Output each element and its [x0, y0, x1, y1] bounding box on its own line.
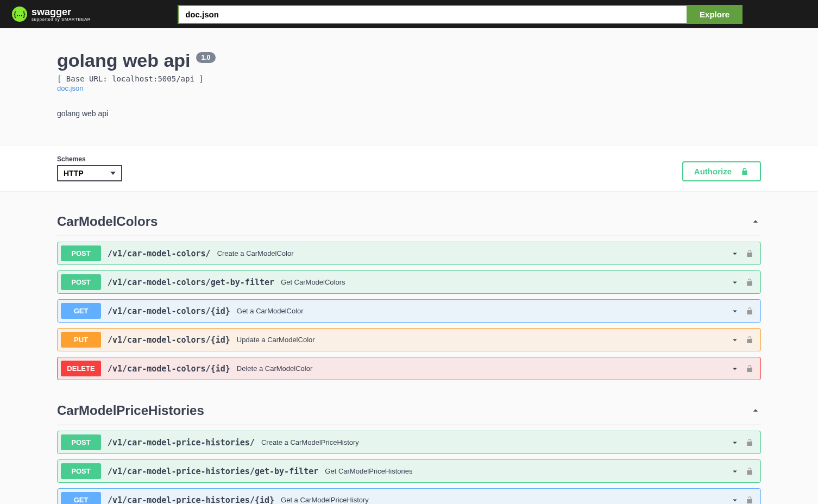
- chevron-down-icon: [730, 495, 740, 505]
- doc-json-link[interactable]: doc.json: [57, 84, 83, 92]
- operation-row[interactable]: POST/v1/car-model-price-histories/get-by…: [57, 459, 761, 483]
- chevron-down-icon: [730, 335, 740, 345]
- tag-header[interactable]: CarModelPriceHistories: [57, 396, 761, 425]
- api-info: golang web api 1.0 [ Base URL: localhost…: [57, 28, 761, 145]
- chevron-down-icon: [730, 249, 740, 259]
- operation-actions: [730, 249, 754, 259]
- chevron-down-icon: [730, 364, 740, 374]
- operation-row[interactable]: PUT/v1/car-model-colors/{id}Update a Car…: [57, 328, 761, 351]
- schemes-block: Schemes HTTP: [57, 155, 122, 181]
- scheme-select[interactable]: HTTP: [57, 165, 122, 181]
- operation-row[interactable]: GET/v1/car-model-colors/{id}Get a CarMod…: [57, 299, 761, 323]
- unlock-icon[interactable]: [745, 278, 754, 287]
- endpoint-path: /v1/car-model-colors/{id}: [108, 335, 230, 345]
- http-method-badge: PUT: [61, 332, 101, 348]
- operation-row[interactable]: DELETE/v1/car-model-colors/{id}Delete a …: [57, 357, 761, 380]
- swagger-logo-icon: {…}: [12, 7, 27, 22]
- chevron-down-icon: [730, 278, 740, 287]
- chevron-up-icon: [750, 405, 761, 416]
- endpoint-path: /v1/car-model-price-histories/: [108, 438, 255, 448]
- version-badge: 1.0: [196, 52, 216, 63]
- tag-section: CarModelColorsPOST/v1/car-model-colors/C…: [57, 207, 761, 380]
- logo-text: swagger: [32, 7, 71, 17]
- operation-actions: [730, 306, 754, 316]
- endpoint-summary: Get a CarModelPriceHistory: [281, 496, 369, 504]
- endpoint-summary: Get CarModelPriceHistories: [325, 467, 412, 475]
- url-bar: Explore: [178, 5, 743, 24]
- unlock-icon[interactable]: [745, 307, 754, 316]
- explore-button[interactable]: Explore: [687, 5, 743, 24]
- tag-name: CarModelPriceHistories: [57, 403, 204, 418]
- operation-row[interactable]: GET/v1/car-model-price-histories/{id}Get…: [57, 488, 761, 504]
- endpoint-path: /v1/car-model-colors/get-by-filter: [108, 278, 274, 287]
- operation-row[interactable]: POST/v1/car-model-price-histories/Create…: [57, 431, 761, 454]
- operation-row[interactable]: POST/v1/car-model-colors/get-by-filterGe…: [57, 270, 761, 294]
- operation-actions: [730, 495, 754, 505]
- authorize-button[interactable]: Authorize: [682, 161, 761, 181]
- api-description: golang web api: [57, 109, 761, 118]
- endpoint-summary: Delete a CarModelColor: [237, 364, 312, 373]
- logo-subtext: supported by SMARTBEAR: [32, 17, 91, 22]
- scheme-bar: Schemes HTTP Authorize: [0, 145, 818, 191]
- chevron-down-icon: [730, 467, 740, 476]
- endpoint-path: /v1/car-model-price-histories/get-by-fil…: [108, 467, 318, 476]
- endpoint-summary: Update a CarModelColor: [237, 336, 315, 344]
- tag-header[interactable]: CarModelColors: [57, 207, 761, 236]
- lock-icon: [740, 167, 749, 176]
- http-method-badge: POST: [61, 434, 101, 450]
- chevron-up-icon: [750, 216, 761, 227]
- http-method-badge: POST: [61, 274, 101, 290]
- unlock-icon[interactable]: [745, 336, 754, 344]
- endpoint-path: /v1/car-model-colors/: [108, 249, 211, 259]
- spec-url-input[interactable]: [178, 5, 687, 24]
- unlock-icon[interactable]: [745, 467, 754, 476]
- endpoint-path: /v1/car-model-colors/{id}: [108, 364, 230, 374]
- http-method-badge: POST: [61, 463, 101, 479]
- operation-actions: [730, 438, 754, 448]
- http-method-badge: GET: [61, 492, 101, 504]
- endpoint-summary: Create a CarModelPriceHistory: [261, 438, 359, 446]
- topbar: {…} swagger supported by SMARTBEAR Explo…: [0, 0, 818, 28]
- api-title-text: golang web api: [57, 50, 191, 71]
- http-method-badge: DELETE: [61, 361, 101, 376]
- endpoint-summary: Get a CarModelColor: [237, 307, 304, 315]
- authorize-label: Authorize: [694, 167, 732, 176]
- chevron-down-icon: [730, 438, 740, 448]
- operation-actions: [730, 335, 754, 345]
- endpoint-path: /v1/car-model-price-histories/{id}: [108, 495, 274, 505]
- schemes-label: Schemes: [57, 155, 122, 163]
- operation-row[interactable]: POST/v1/car-model-colors/Create a CarMod…: [57, 242, 761, 265]
- operation-actions: [730, 364, 754, 374]
- chevron-down-icon: [730, 306, 740, 316]
- swagger-logo[interactable]: {…} swagger supported by SMARTBEAR: [12, 7, 91, 22]
- endpoint-summary: Get CarModelColors: [281, 278, 345, 286]
- operation-actions: [730, 278, 754, 287]
- http-method-badge: GET: [61, 303, 101, 319]
- http-method-badge: POST: [61, 245, 101, 261]
- endpoint-summary: Create a CarModelColor: [217, 249, 294, 257]
- operation-actions: [730, 467, 754, 476]
- unlock-icon[interactable]: [745, 249, 754, 258]
- endpoint-path: /v1/car-model-colors/{id}: [108, 306, 230, 316]
- tag-name: CarModelColors: [57, 214, 158, 229]
- api-title: golang web api 1.0: [57, 50, 216, 71]
- base-url: [ Base URL: localhost:5005/api ]: [57, 74, 761, 83]
- unlock-icon[interactable]: [745, 438, 754, 447]
- unlock-icon[interactable]: [745, 496, 754, 505]
- tag-section: CarModelPriceHistoriesPOST/v1/car-model-…: [57, 396, 761, 504]
- unlock-icon[interactable]: [745, 364, 754, 373]
